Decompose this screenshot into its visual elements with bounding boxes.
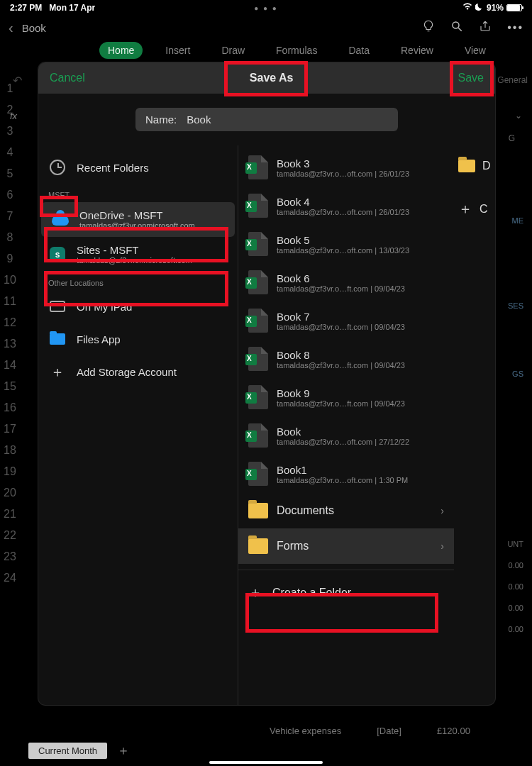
right-peek-column: D ＋ C <box>454 145 495 705</box>
excel-file-icon: X <box>248 155 268 179</box>
add-storage-account[interactable]: ＋ Add Storage Account <box>38 355 238 388</box>
excel-file-icon: X <box>248 347 268 371</box>
files-app[interactable]: Files App <box>38 323 238 355</box>
row-headers: 123456789101112131415161718192021222324 <box>0 78 20 589</box>
file-item[interactable]: XBook 7tamaldas@zf3vr.o…ft.com | 09/04/2… <box>238 301 454 340</box>
number-format-label: General <box>497 75 528 85</box>
excel-file-icon: X <box>248 194 268 218</box>
peek-create[interactable]: ＋ C <box>454 192 495 226</box>
highlight-box <box>245 593 438 633</box>
tab-formulas[interactable]: Formulas <box>267 42 326 59</box>
folder-icon <box>458 160 475 172</box>
highlight-box <box>44 271 228 306</box>
file-name: Book1 <box>277 464 444 476</box>
file-name: Book 7 <box>277 311 444 323</box>
peek-label-d: D <box>482 160 491 172</box>
folder-forms[interactable]: Forms › <box>238 528 454 564</box>
file-item[interactable]: XBook 3tamaldas@zf3vr.o…oft.com | 26/01/… <box>238 148 454 187</box>
bg-column-hints: ME SES GS UNT 0.00 0.00 0.00 0.00 <box>507 210 523 640</box>
tab-draw[interactable]: Draw <box>213 42 253 59</box>
files-app-label: Files App <box>77 333 121 345</box>
file-item[interactable]: XBook 5tamaldas@zf3vr.o…oft.com | 13/03/… <box>238 225 454 263</box>
lightbulb-icon[interactable] <box>422 20 435 35</box>
file-meta: tamaldas@zf3vr.o…ft.com | 09/04/23 <box>277 399 444 408</box>
recent-folders-label: Recent Folders <box>77 162 149 174</box>
file-name: Book 9 <box>277 387 444 399</box>
status-bar: 2:27 PM Mon 17 Apr ● ● ● 91% <box>0 0 532 16</box>
file-name: Book 3 <box>277 157 444 170</box>
excel-file-icon: X <box>248 462 268 486</box>
battery-percent: 91% <box>487 3 504 13</box>
moon-icon <box>475 3 484 13</box>
excel-file-icon: X <box>248 309 268 333</box>
tab-home[interactable]: Home <box>99 42 143 59</box>
clock-icon <box>48 158 67 177</box>
folder-icon <box>248 503 268 518</box>
excel-file-icon: X <box>248 385 268 409</box>
add-sheet-button[interactable]: ＋ <box>117 742 130 759</box>
tab-view[interactable]: View <box>456 42 494 59</box>
folder-icon <box>48 330 67 348</box>
file-name: Book 6 <box>277 272 444 284</box>
document-title[interactable]: Book <box>22 22 46 34</box>
status-time: 2:27 PM <box>10 3 42 13</box>
plus-icon: ＋ <box>458 199 472 218</box>
tab-review[interactable]: Review <box>392 42 442 59</box>
sheet-tabs: Current Month ＋ <box>28 742 130 759</box>
file-item[interactable]: XBook 4tamaldas@zf3vr.o…oft.com | 26/01/… <box>238 187 454 225</box>
column-header-g: G <box>509 133 515 143</box>
file-item[interactable]: XBooktamaldas@zf3vr.o…oft.com | 27/12/22 <box>238 416 454 455</box>
chevron-right-icon: › <box>440 540 444 552</box>
share-icon[interactable] <box>479 20 492 35</box>
file-meta: tamaldas@zf3vr.o…oft.com | 26/01/23 <box>277 170 444 178</box>
excel-file-icon: X <box>248 232 268 256</box>
highlight-box <box>224 61 308 96</box>
search-icon[interactable] <box>450 20 463 35</box>
back-chevron-icon[interactable]: ‹ <box>9 20 13 36</box>
more-icon[interactable]: ••• <box>507 21 523 34</box>
battery-icon <box>506 4 522 11</box>
filename-row: Name: <box>38 94 495 145</box>
tab-insert[interactable]: Insert <box>157 42 199 59</box>
multitask-dots[interactable]: ● ● ● <box>254 4 278 12</box>
file-meta: tamaldas@zf3vr.o…oft.com | 1:30 PM <box>277 476 444 484</box>
folder-icon <box>248 538 268 554</box>
excel-file-icon: X <box>248 270 268 294</box>
svg-point-0 <box>453 22 459 28</box>
peek-label-c: C <box>480 203 488 216</box>
folder-documents[interactable]: Documents › <box>238 493 454 528</box>
folder-forms-label: Forms <box>277 540 309 553</box>
folder-documents-label: Documents <box>277 504 334 517</box>
excel-file-icon: X <box>248 423 268 448</box>
file-item[interactable]: XBook 6tamaldas@zf3vr.o…ft.com | 09/04/2… <box>238 263 454 301</box>
highlight-box <box>40 196 78 217</box>
highlight-box <box>450 61 494 96</box>
file-name: Book 8 <box>277 349 444 361</box>
file-item[interactable]: XBook 8tamaldas@zf3vr.o…ft.com | 09/04/2… <box>238 340 454 378</box>
file-meta: tamaldas@zf3vr.o…oft.com | 27/12/22 <box>277 438 444 446</box>
filename-label: Name: <box>145 113 177 126</box>
sheet-tab-current[interactable]: Current Month <box>28 743 107 759</box>
status-date: Mon 17 Apr <box>49 3 95 13</box>
file-meta: tamaldas@zf3vr.o…oft.com | 13/03/23 <box>277 246 444 255</box>
highlight-box <box>44 227 228 262</box>
file-item[interactable]: XBook 9tamaldas@zf3vr.o…ft.com | 09/04/2… <box>238 378 454 416</box>
file-meta: tamaldas@zf3vr.o…ft.com | 09/04/23 <box>277 323 444 331</box>
cancel-button[interactable]: Cancel <box>50 72 85 84</box>
recent-folders[interactable]: Recent Folders <box>38 151 238 184</box>
file-name: Book <box>277 426 444 438</box>
add-storage-label: Add Storage Account <box>77 366 177 378</box>
ribbon-tabs: Home Insert Draw Formulas Data Review Vi… <box>0 40 532 61</box>
file-meta: tamaldas@zf3vr.o…oft.com | 26/01/23 <box>277 208 444 216</box>
file-item[interactable]: XBook1tamaldas@zf3vr.o…oft.com | 1:30 PM <box>238 455 454 493</box>
tab-data[interactable]: Data <box>340 42 378 59</box>
home-indicator[interactable] <box>209 761 323 764</box>
bg-row-data: Vehicle expenses [Date] £120.00 <box>270 726 470 736</box>
formula-expand-icon[interactable]: ⌄ <box>515 111 522 121</box>
file-meta: tamaldas@zf3vr.o…ft.com | 09/04/23 <box>277 284 444 293</box>
onedrive-title: OneDrive - MSFT <box>79 209 163 221</box>
plus-icon: ＋ <box>48 362 67 381</box>
wifi-icon <box>462 3 472 13</box>
peek-folder-d[interactable]: D <box>454 152 495 179</box>
filename-input[interactable] <box>187 113 388 126</box>
